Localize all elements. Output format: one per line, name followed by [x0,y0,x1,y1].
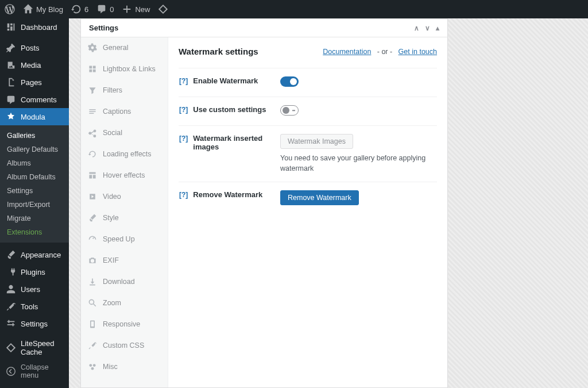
menu-plugins[interactable]: Plugins [0,263,69,281]
tab-exif[interactable]: EXIF [81,250,168,271]
tab-captions[interactable]: Captions [81,101,168,122]
new-link[interactable]: New [122,4,150,14]
wp-logo[interactable] [5,4,15,14]
gauge-icon [88,235,97,244]
help-icon[interactable]: [?] [179,76,188,86]
svg-point-0 [7,367,15,375]
menu-media[interactable]: Media [0,56,69,74]
svg-point-2 [93,364,96,367]
submenu-galleries[interactable]: Galleries [0,129,69,143]
panel-move-down[interactable]: ∨ [425,24,430,32]
admin-bar: My Blog 6 0 New [0,0,588,18]
get-in-touch-link[interactable]: Get in touch [399,48,437,56]
collapse-icon [6,366,16,377]
pin-icon [6,43,16,53]
list-icon [88,107,97,116]
submenu-migrate[interactable]: Migrate [0,212,69,225]
tab-general[interactable]: General [81,37,168,59]
tab-zoom[interactable]: Zoom [81,293,168,314]
menu-settings[interactable]: Settings [0,315,69,332]
watermark-images-button[interactable]: Watermak Images [280,134,353,149]
panel-move-up[interactable]: ∧ [414,24,419,32]
layout-icon [88,171,97,180]
home-icon [23,4,33,14]
page-icon [6,77,16,87]
menu-tools[interactable]: Tools [0,298,69,315]
submenu-settings[interactable]: Settings [0,184,69,198]
plus-icon [122,4,132,14]
field-inserted-images: [?] Watermark inserted images Watermak I… [179,125,437,182]
updates-count: 6 [84,5,88,14]
menu-users[interactable]: Users [0,281,69,298]
site-name-link[interactable]: My Blog [23,4,63,14]
svg-point-1 [89,364,92,367]
menu-appearance-label: Appearance [21,251,61,259]
brush-icon [6,249,16,260]
menu-posts[interactable]: Posts [0,39,69,56]
tab-customcss[interactable]: Custom CSS [81,335,168,356]
tab-download[interactable]: Download [81,271,168,293]
menu-pages[interactable]: Pages [0,74,69,91]
share-icon [88,128,97,137]
remove-watermark-button[interactable]: Remove Watermark [280,190,359,205]
refresh-icon [88,149,97,159]
update-icon [71,4,82,14]
menu-dashboard[interactable]: Dashboard [0,18,69,36]
settings-content: Watermark settings Documentation - or - … [168,37,447,387]
field-remove-watermark: [?] Remove Watermark Remove Watermark [179,182,437,213]
grid-icon [88,64,97,74]
submenu-import-export[interactable]: Import/Export [0,198,69,212]
misc-icon [88,362,97,371]
new-label: New [135,5,150,14]
tab-hover[interactable]: Hover effects [81,165,168,186]
dashboard-icon [6,22,16,32]
panel-controls: ∧ ∨ ▴ [414,24,439,32]
camera-icon [88,256,97,265]
menu-settings-label: Settings [21,320,48,328]
menu-comments-label: Comments [21,95,57,104]
help-icon[interactable]: [?] [179,190,188,199]
user-icon [6,284,16,294]
tab-speedup[interactable]: Speed Up [81,229,168,250]
litespeed-ab-icon[interactable] [158,4,168,14]
documentation-link[interactable]: Documentation [323,48,371,56]
search-icon [88,298,97,308]
tab-lightbox[interactable]: Lightbox & Links [81,59,168,80]
menu-litespeed-label: LiteSpeed Cache [21,339,64,356]
gear-icon [88,43,97,52]
tab-misc[interactable]: Misc [81,356,168,378]
menu-modula-label: Modula [21,113,45,121]
panel-collapse[interactable]: ▴ [436,24,439,32]
admin-menu: Dashboard Posts Media Pages Comments Mod… [0,18,69,388]
funnel-icon [88,86,97,95]
comments-link[interactable]: 0 [96,4,114,14]
menu-modula[interactable]: Modula [0,108,69,125]
help-icon[interactable]: [?] [179,134,188,143]
media-icon [6,60,16,70]
tab-loading[interactable]: Loading effects [81,144,168,165]
collapse-menu[interactable]: Collapse menu [0,360,69,383]
wrench-icon [6,301,16,312]
menu-appearance[interactable]: Appearance [0,246,69,263]
tab-filters[interactable]: Filters [81,80,168,101]
enable-watermark-toggle[interactable] [280,76,299,87]
tab-responsive[interactable]: Responsive [81,314,168,335]
menu-litespeed[interactable]: LiteSpeed Cache [0,336,69,360]
menu-comments[interactable]: Comments [0,91,69,108]
diamond-menu-icon [6,343,16,353]
tab-social[interactable]: Social [81,122,168,144]
use-custom-toggle[interactable] [280,105,299,116]
inserted-images-label: Watermark inserted images [193,134,273,151]
settings-panel: Settings ∧ ∨ ▴ General Lightbox & Links … [80,18,448,388]
submenu-gallery-defaults[interactable]: Gallery Defaults [0,143,69,156]
phone-icon [88,320,97,329]
tab-style[interactable]: Style [81,208,168,229]
submenu-extensions[interactable]: Extensions [0,225,69,239]
submenu-album-defaults[interactable]: Album Defaults [0,170,69,184]
comment-icon [6,94,16,105]
help-icon[interactable]: [?] [179,105,188,114]
tab-video[interactable]: Video [81,186,168,208]
submenu-albums[interactable]: Albums [0,156,69,170]
site-name-label: My Blog [36,5,63,14]
updates-link[interactable]: 6 [71,4,88,14]
